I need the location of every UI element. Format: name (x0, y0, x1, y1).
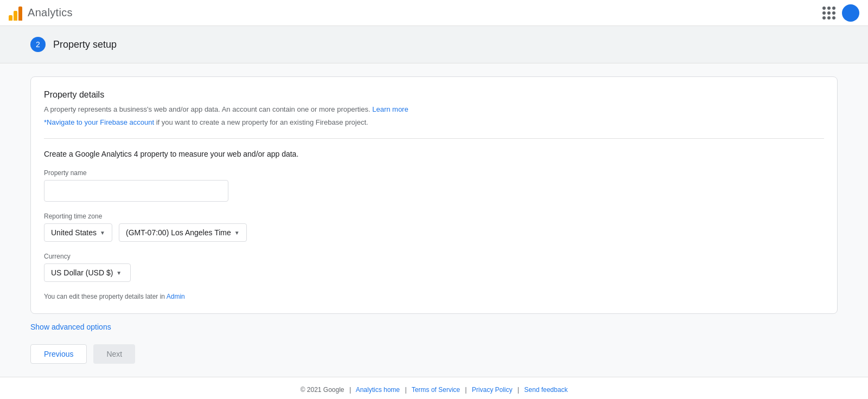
description-text: A property represents a business's web a… (44, 105, 371, 113)
apps-grid-icon[interactable] (822, 7, 835, 20)
timezone-group: Reporting time zone United States ▼ (GMT… (44, 213, 824, 242)
currency-chevron-icon: ▼ (116, 270, 122, 276)
footer-link-privacy[interactable]: Privacy Policy (472, 386, 513, 394)
step-header: 2 Property setup (0, 26, 868, 63)
hint-prefix: You can edit these property details late… (44, 293, 165, 300)
currency-label: Currency (44, 253, 824, 260)
logo-bar-1 (9, 15, 12, 21)
property-name-group: Property name (44, 169, 824, 202)
country-value: United States (51, 228, 97, 237)
grid-dot (822, 11, 826, 15)
grid-dot (827, 7, 831, 10)
footer: © 2021 Google | Analytics home | Terms o… (0, 377, 868, 399)
show-advanced-options-link[interactable]: Show advanced options (30, 323, 111, 331)
hint-text: You can edit these property details late… (44, 293, 824, 300)
logo-bar-3 (18, 7, 22, 21)
logo-bar-2 (14, 11, 17, 21)
copyright: © 2021 Google (301, 386, 344, 394)
card-title: Property details (44, 90, 824, 100)
card-description: A property represents a business's web a… (44, 104, 824, 115)
step-number: 2 (30, 37, 46, 52)
user-avatar[interactable] (842, 4, 859, 22)
grid-dot (827, 11, 831, 15)
learn-more-link[interactable]: Learn more (372, 105, 408, 113)
grid-dot (827, 16, 831, 20)
app-title: Analytics (28, 7, 73, 19)
card-divider (44, 138, 824, 139)
property-details-card: Property details A property represents a… (30, 76, 838, 314)
property-name-input[interactable] (44, 180, 228, 202)
timezone-select[interactable]: (GMT-07:00) Los Angeles Time ▼ (119, 223, 247, 242)
grid-dot (822, 16, 826, 20)
next-button[interactable]: Next (93, 344, 135, 364)
country-chevron-icon: ▼ (100, 230, 105, 236)
button-row: Next Previous (30, 344, 838, 364)
grid-dot (832, 7, 835, 10)
firebase-link[interactable]: *Navigate to your Firebase account (44, 118, 154, 126)
header-left: Analytics (9, 5, 73, 21)
step-title: Property setup (53, 39, 117, 50)
timezone-label: Reporting time zone (44, 213, 824, 220)
currency-value: US Dollar (USD $) (51, 268, 113, 277)
form-intro: Create a Google Analytics 4 property to … (44, 150, 824, 158)
currency-group: Currency US Dollar (USD $) ▼ (44, 253, 824, 282)
admin-link[interactable]: Admin (167, 293, 185, 300)
timezone-select-row: United States ▼ (GMT-07:00) Los Angeles … (44, 223, 824, 242)
currency-select[interactable]: US Dollar (USD $) ▼ (44, 263, 131, 282)
grid-dot (832, 11, 835, 15)
analytics-logo (9, 5, 22, 21)
firebase-note: *Navigate to your Firebase account if yo… (44, 117, 824, 128)
main-content: Property details A property represents a… (0, 63, 868, 377)
timezone-chevron-icon: ▼ (234, 230, 240, 236)
header: Analytics (0, 0, 868, 26)
previous-button[interactable]: Previous (30, 344, 87, 364)
property-name-label: Property name (44, 169, 824, 177)
footer-link-terms[interactable]: Terms of Service (412, 386, 460, 394)
firebase-suffix: if you want to create a new property for… (156, 118, 368, 126)
grid-dot (822, 7, 826, 10)
grid-dot (832, 16, 835, 20)
timezone-value: (GMT-07:00) Los Angeles Time (126, 228, 231, 237)
footer-link-analytics-home[interactable]: Analytics home (356, 386, 400, 394)
footer-link-feedback[interactable]: Send feedback (524, 386, 567, 394)
country-select[interactable]: United States ▼ (44, 223, 112, 242)
header-right (822, 4, 859, 22)
